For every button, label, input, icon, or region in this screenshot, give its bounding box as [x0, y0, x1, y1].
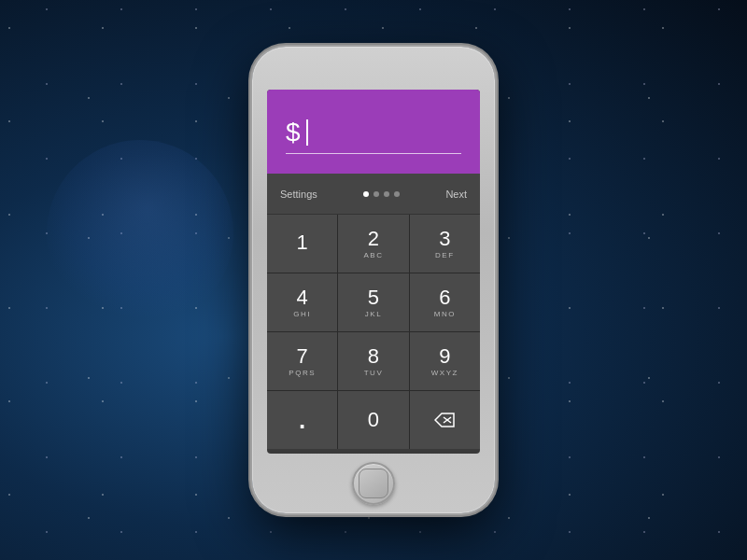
key-1-number: 1: [297, 232, 308, 253]
amount-underline: [286, 153, 461, 154]
home-area: [252, 454, 495, 513]
dot-4: [394, 191, 400, 197]
key-0[interactable]: 0: [338, 391, 408, 449]
key-6[interactable]: 6 MNO: [410, 273, 480, 331]
key-5-number: 5: [368, 287, 379, 308]
key-5-letters: JKL: [365, 310, 382, 318]
key-6-letters: MNO: [434, 310, 456, 318]
key-2[interactable]: 2 ABC: [338, 215, 408, 273]
key-7-number: 7: [297, 346, 308, 367]
page-dots: [363, 191, 400, 197]
phone-device: $ Settings Next 1: [252, 47, 495, 513]
dot-2: [374, 191, 379, 197]
key-3[interactable]: 3 DEF: [410, 215, 480, 273]
key-7-letters: PQRS: [289, 369, 316, 377]
key-2-number: 2: [368, 229, 379, 249]
key-0-number: 0: [368, 410, 379, 430]
key-backspace[interactable]: [410, 391, 480, 449]
key-dot-symbol: .: [299, 408, 305, 432]
home-button[interactable]: [352, 462, 395, 505]
key-3-number: 3: [439, 229, 450, 249]
home-button-inner: [359, 469, 388, 498]
amount-row: $: [286, 119, 461, 146]
amount-header: $: [267, 90, 480, 174]
keypad: 1 2 ABC 3 DEF 4 GHI 5 JKL 6 MNO: [267, 215, 480, 449]
key-9[interactable]: 9 WXYZ: [410, 332, 480, 390]
key-7[interactable]: 7 PQRS: [267, 332, 337, 390]
next-button[interactable]: Next: [445, 189, 467, 200]
key-4[interactable]: 4 GHI: [267, 273, 337, 331]
amount-display: $: [286, 119, 461, 154]
text-cursor: [306, 119, 308, 146]
key-9-letters: WXYZ: [431, 369, 458, 377]
key-5[interactable]: 5 JKL: [338, 273, 408, 331]
dot-3: [384, 191, 389, 197]
key-8[interactable]: 8 TUV: [338, 332, 408, 390]
key-3-letters: DEF: [435, 251, 455, 259]
key-4-letters: GHI: [293, 310, 311, 318]
key-4-number: 4: [297, 287, 308, 308]
galaxy-decoration: [12, 105, 267, 360]
key-9-number: 9: [439, 346, 450, 367]
settings-button[interactable]: Settings: [280, 189, 317, 200]
key-6-number: 6: [439, 287, 450, 308]
key-dot[interactable]: .: [267, 391, 337, 449]
nav-row: Settings Next: [267, 174, 480, 215]
backspace-icon: [434, 413, 455, 427]
key-1[interactable]: 1: [267, 215, 337, 273]
key-8-number: 8: [368, 346, 379, 367]
phone-screen: $ Settings Next 1: [267, 90, 480, 454]
dollar-sign: $: [286, 119, 301, 146]
key-2-letters: ABC: [364, 251, 384, 259]
key-8-letters: TUV: [364, 369, 384, 377]
dot-1: [363, 191, 369, 197]
